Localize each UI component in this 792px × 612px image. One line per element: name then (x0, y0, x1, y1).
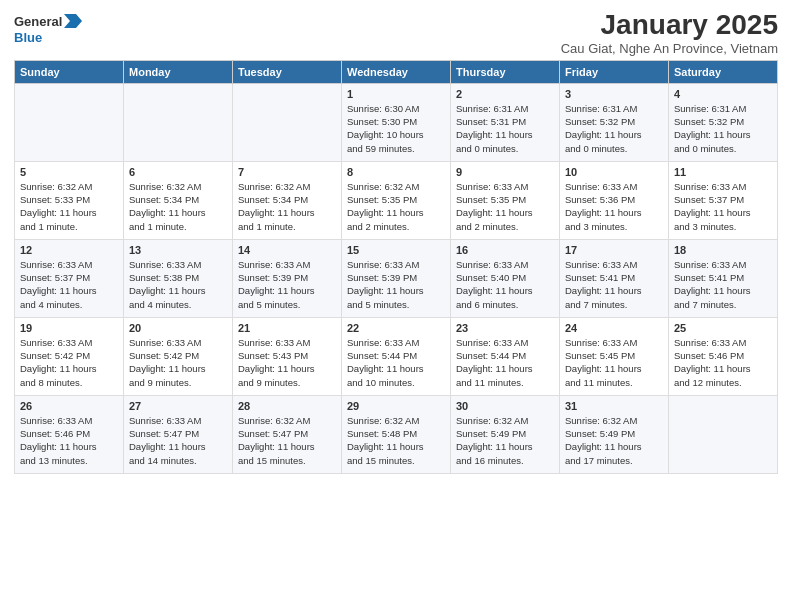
cell-content: Sunrise: 6:32 AM Sunset: 5:35 PM Dayligh… (347, 180, 445, 233)
day-number: 25 (674, 322, 772, 334)
day-number: 8 (347, 166, 445, 178)
cell-content: Sunrise: 6:32 AM Sunset: 5:49 PM Dayligh… (456, 414, 554, 467)
day-number: 12 (20, 244, 118, 256)
day-number: 4 (674, 88, 772, 100)
calendar-cell: 13Sunrise: 6:33 AM Sunset: 5:38 PM Dayli… (124, 239, 233, 317)
calendar-cell: 31Sunrise: 6:32 AM Sunset: 5:49 PM Dayli… (560, 395, 669, 473)
cell-content: Sunrise: 6:33 AM Sunset: 5:41 PM Dayligh… (565, 258, 663, 311)
logo-blue: Blue (14, 30, 82, 45)
cell-content: Sunrise: 6:32 AM Sunset: 5:33 PM Dayligh… (20, 180, 118, 233)
day-number: 17 (565, 244, 663, 256)
subtitle: Cau Giat, Nghe An Province, Vietnam (561, 41, 778, 56)
week-row-5: 26Sunrise: 6:33 AM Sunset: 5:46 PM Dayli… (15, 395, 778, 473)
calendar-cell (15, 83, 124, 161)
week-row-4: 19Sunrise: 6:33 AM Sunset: 5:42 PM Dayli… (15, 317, 778, 395)
header-saturday: Saturday (669, 60, 778, 83)
calendar-header-row: SundayMondayTuesdayWednesdayThursdayFrid… (15, 60, 778, 83)
calendar-cell: 20Sunrise: 6:33 AM Sunset: 5:42 PM Dayli… (124, 317, 233, 395)
calendar-table: SundayMondayTuesdayWednesdayThursdayFrid… (14, 60, 778, 474)
page-container: General Blue January 2025 Cau Giat, Nghe… (0, 0, 792, 484)
calendar-cell: 12Sunrise: 6:33 AM Sunset: 5:37 PM Dayli… (15, 239, 124, 317)
calendar-cell: 7Sunrise: 6:32 AM Sunset: 5:34 PM Daylig… (233, 161, 342, 239)
day-number: 19 (20, 322, 118, 334)
calendar-cell: 3Sunrise: 6:31 AM Sunset: 5:32 PM Daylig… (560, 83, 669, 161)
main-title: January 2025 (561, 10, 778, 41)
calendar-cell: 9Sunrise: 6:33 AM Sunset: 5:35 PM Daylig… (451, 161, 560, 239)
cell-content: Sunrise: 6:32 AM Sunset: 5:49 PM Dayligh… (565, 414, 663, 467)
week-row-1: 1Sunrise: 6:30 AM Sunset: 5:30 PM Daylig… (15, 83, 778, 161)
cell-content: Sunrise: 6:32 AM Sunset: 5:48 PM Dayligh… (347, 414, 445, 467)
cell-content: Sunrise: 6:33 AM Sunset: 5:37 PM Dayligh… (674, 180, 772, 233)
cell-content: Sunrise: 6:33 AM Sunset: 5:41 PM Dayligh… (674, 258, 772, 311)
calendar-cell: 2Sunrise: 6:31 AM Sunset: 5:31 PM Daylig… (451, 83, 560, 161)
calendar-cell: 4Sunrise: 6:31 AM Sunset: 5:32 PM Daylig… (669, 83, 778, 161)
day-number: 23 (456, 322, 554, 334)
cell-content: Sunrise: 6:32 AM Sunset: 5:47 PM Dayligh… (238, 414, 336, 467)
calendar-cell: 10Sunrise: 6:33 AM Sunset: 5:36 PM Dayli… (560, 161, 669, 239)
day-number: 27 (129, 400, 227, 412)
calendar-cell: 19Sunrise: 6:33 AM Sunset: 5:42 PM Dayli… (15, 317, 124, 395)
cell-content: Sunrise: 6:30 AM Sunset: 5:30 PM Dayligh… (347, 102, 445, 155)
calendar-cell: 28Sunrise: 6:32 AM Sunset: 5:47 PM Dayli… (233, 395, 342, 473)
calendar-cell: 14Sunrise: 6:33 AM Sunset: 5:39 PM Dayli… (233, 239, 342, 317)
calendar-cell: 15Sunrise: 6:33 AM Sunset: 5:39 PM Dayli… (342, 239, 451, 317)
cell-content: Sunrise: 6:33 AM Sunset: 5:44 PM Dayligh… (347, 336, 445, 389)
cell-content: Sunrise: 6:33 AM Sunset: 5:45 PM Dayligh… (565, 336, 663, 389)
cell-content: Sunrise: 6:31 AM Sunset: 5:31 PM Dayligh… (456, 102, 554, 155)
calendar-cell (669, 395, 778, 473)
day-number: 6 (129, 166, 227, 178)
week-row-3: 12Sunrise: 6:33 AM Sunset: 5:37 PM Dayli… (15, 239, 778, 317)
logo-general: General (14, 14, 62, 29)
day-number: 10 (565, 166, 663, 178)
calendar-cell: 18Sunrise: 6:33 AM Sunset: 5:41 PM Dayli… (669, 239, 778, 317)
cell-content: Sunrise: 6:33 AM Sunset: 5:42 PM Dayligh… (20, 336, 118, 389)
cell-content: Sunrise: 6:33 AM Sunset: 5:46 PM Dayligh… (674, 336, 772, 389)
cell-content: Sunrise: 6:33 AM Sunset: 5:44 PM Dayligh… (456, 336, 554, 389)
header-tuesday: Tuesday (233, 60, 342, 83)
day-number: 14 (238, 244, 336, 256)
cell-content: Sunrise: 6:33 AM Sunset: 5:42 PM Dayligh… (129, 336, 227, 389)
cell-content: Sunrise: 6:32 AM Sunset: 5:34 PM Dayligh… (238, 180, 336, 233)
logo-arrow-icon (64, 10, 82, 32)
header-friday: Friday (560, 60, 669, 83)
day-number: 5 (20, 166, 118, 178)
calendar-cell (233, 83, 342, 161)
cell-content: Sunrise: 6:33 AM Sunset: 5:35 PM Dayligh… (456, 180, 554, 233)
calendar-cell: 24Sunrise: 6:33 AM Sunset: 5:45 PM Dayli… (560, 317, 669, 395)
day-number: 21 (238, 322, 336, 334)
cell-content: Sunrise: 6:31 AM Sunset: 5:32 PM Dayligh… (565, 102, 663, 155)
header-wednesday: Wednesday (342, 60, 451, 83)
day-number: 15 (347, 244, 445, 256)
calendar-cell: 22Sunrise: 6:33 AM Sunset: 5:44 PM Dayli… (342, 317, 451, 395)
day-number: 3 (565, 88, 663, 100)
cell-content: Sunrise: 6:33 AM Sunset: 5:46 PM Dayligh… (20, 414, 118, 467)
calendar-cell: 26Sunrise: 6:33 AM Sunset: 5:46 PM Dayli… (15, 395, 124, 473)
header: General Blue January 2025 Cau Giat, Nghe… (14, 10, 778, 56)
day-number: 2 (456, 88, 554, 100)
day-number: 11 (674, 166, 772, 178)
day-number: 22 (347, 322, 445, 334)
day-number: 20 (129, 322, 227, 334)
cell-content: Sunrise: 6:33 AM Sunset: 5:47 PM Dayligh… (129, 414, 227, 467)
day-number: 26 (20, 400, 118, 412)
logo: General Blue (14, 10, 82, 45)
cell-content: Sunrise: 6:33 AM Sunset: 5:43 PM Dayligh… (238, 336, 336, 389)
day-number: 29 (347, 400, 445, 412)
day-number: 28 (238, 400, 336, 412)
cell-content: Sunrise: 6:33 AM Sunset: 5:39 PM Dayligh… (238, 258, 336, 311)
calendar-cell: 25Sunrise: 6:33 AM Sunset: 5:46 PM Dayli… (669, 317, 778, 395)
day-number: 18 (674, 244, 772, 256)
calendar-cell: 23Sunrise: 6:33 AM Sunset: 5:44 PM Dayli… (451, 317, 560, 395)
calendar-cell: 29Sunrise: 6:32 AM Sunset: 5:48 PM Dayli… (342, 395, 451, 473)
title-block: January 2025 Cau Giat, Nghe An Province,… (561, 10, 778, 56)
svg-marker-0 (64, 14, 82, 28)
calendar-cell: 27Sunrise: 6:33 AM Sunset: 5:47 PM Dayli… (124, 395, 233, 473)
calendar-cell: 16Sunrise: 6:33 AM Sunset: 5:40 PM Dayli… (451, 239, 560, 317)
day-number: 13 (129, 244, 227, 256)
header-sunday: Sunday (15, 60, 124, 83)
cell-content: Sunrise: 6:33 AM Sunset: 5:40 PM Dayligh… (456, 258, 554, 311)
day-number: 1 (347, 88, 445, 100)
calendar-cell: 17Sunrise: 6:33 AM Sunset: 5:41 PM Dayli… (560, 239, 669, 317)
day-number: 30 (456, 400, 554, 412)
day-number: 24 (565, 322, 663, 334)
